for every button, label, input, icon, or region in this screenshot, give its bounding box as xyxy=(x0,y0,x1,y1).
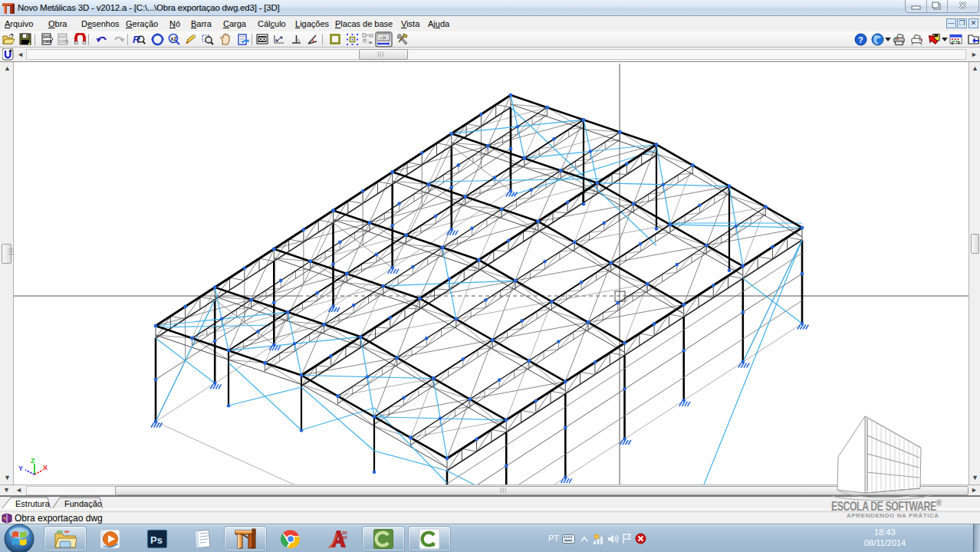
svg-text:x2: x2 xyxy=(171,36,177,41)
svg-text:Z: Z xyxy=(31,457,35,465)
svg-text:DWG: DWG xyxy=(43,39,52,44)
svg-text:Ps: Ps xyxy=(150,534,163,546)
svg-text:Estrutura: Estrutura xyxy=(15,499,51,508)
svg-text:10: 10 xyxy=(342,535,347,540)
svg-text:Fundação: Fundação xyxy=(64,499,102,508)
svg-text:X: X xyxy=(43,464,48,472)
svg-text:DWG: DWG xyxy=(59,39,68,44)
svg-text:Y: Y xyxy=(18,465,23,472)
svg-text:?: ? xyxy=(858,35,863,44)
svg-text:R: R xyxy=(133,34,140,45)
svg-text:+34: +34 xyxy=(380,35,386,40)
